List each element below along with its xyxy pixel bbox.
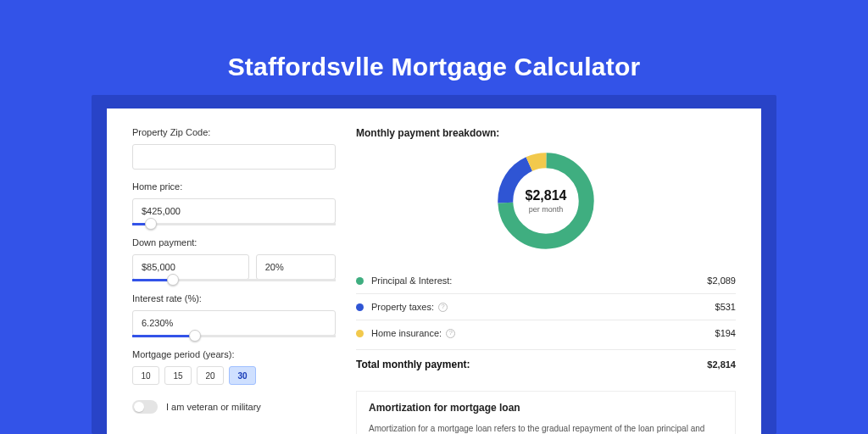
dot-principal [356,277,364,285]
breakdown-label-insurance: Home insurance: ? [371,328,715,338]
down-payment-slider-thumb[interactable] [167,274,179,286]
donut-center: $2,814 per month [526,188,567,214]
interest-input[interactable] [132,310,336,336]
breakdown-value-principal: $2,089 [707,275,736,286]
donut-sublabel: per month [526,205,567,214]
page: Staffordsvlle Mortgage Calculator Proper… [0,0,868,434]
breakdown-title: Monthly payment breakdown: [356,127,736,139]
interest-slider-thumb[interactable] [189,330,201,342]
period-option-20[interactable]: 20 [197,366,224,385]
home-price-field: Home price: [132,181,336,225]
breakdown-label-taxes: Property taxes: ? [371,302,715,312]
amortization-text: Amortization for a mortgage loan refers … [369,422,723,434]
period-field: Mortgage period (years): 10 15 20 30 [132,349,336,385]
info-icon[interactable]: ? [438,303,448,312]
zip-label: Property Zip Code: [132,127,336,137]
page-title: Staffordsvlle Mortgage Calculator [0,0,868,81]
dot-insurance [356,330,364,337]
donut-amount: $2,814 [526,188,567,203]
breakdown-column: Monthly payment breakdown: $2,814 per mo… [356,127,736,434]
calculator-card: Property Zip Code: Home price: Down paym… [107,108,761,434]
breakdown-total-label: Total monthly payment: [356,359,707,370]
breakdown-value-insurance: $194 [715,328,736,338]
down-payment-label: Down payment: [132,237,336,248]
period-option-10[interactable]: 10 [132,366,159,385]
amortization-box: Amortization for mortgage loan Amortizat… [356,391,736,434]
down-payment-pct-input[interactable] [256,254,336,280]
veteran-label: I am veteran or military [166,402,261,412]
down-payment-field: Down payment: [132,237,336,281]
interest-field: Interest rate (%): [132,293,336,337]
form-column: Property Zip Code: Home price: Down paym… [132,127,336,434]
interest-slider-fill [132,335,195,337]
dot-taxes [356,303,364,311]
breakdown-row-principal: Principal & Interest: $2,089 [356,268,736,293]
zip-input[interactable] [132,144,336,170]
zip-field: Property Zip Code: [132,127,336,170]
home-price-slider[interactable] [132,223,336,225]
info-icon[interactable]: ? [446,329,455,338]
down-payment-input[interactable] [132,254,249,280]
breakdown-label-principal: Principal & Interest: [371,275,707,286]
period-option-30[interactable]: 30 [229,366,256,385]
breakdown-row-taxes: Property taxes: ? $531 [356,294,736,320]
veteran-row: I am veteran or military [132,400,336,414]
donut-chart-wrap: $2,814 per month [356,147,736,254]
home-price-input[interactable] [132,198,336,224]
breakdown-row-insurance: Home insurance: ? $194 [356,320,736,346]
interest-slider[interactable] [132,335,336,337]
home-price-slider-thumb[interactable] [145,218,157,230]
breakdown-value-taxes: $531 [715,302,736,312]
donut-chart: $2,814 per month [492,147,599,254]
period-option-15[interactable]: 15 [164,366,192,385]
breakdown-total-value: $2,814 [707,359,736,370]
home-price-label: Home price: [132,181,336,192]
period-label: Mortgage period (years): [132,349,336,359]
veteran-toggle[interactable] [132,400,158,414]
period-options: 10 15 20 30 [132,366,336,385]
breakdown-total-row: Total monthly payment: $2,814 [356,349,736,379]
interest-label: Interest rate (%): [132,293,336,303]
breakdown-label-insurance-text: Home insurance: [371,328,442,338]
breakdown-label-taxes-text: Property taxes: [371,302,434,312]
amortization-title: Amortization for mortgage loan [369,402,723,414]
down-payment-slider[interactable] [132,279,336,281]
